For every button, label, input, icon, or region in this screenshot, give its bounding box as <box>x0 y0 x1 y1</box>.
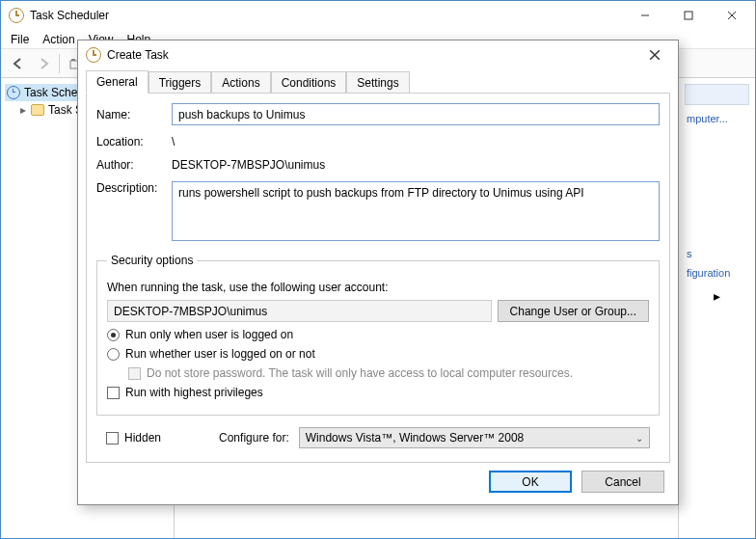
dialog-close-button[interactable] <box>639 43 670 67</box>
close-button[interactable] <box>710 1 753 30</box>
checkbox-label: Run with highest privileges <box>125 386 263 399</box>
svg-rect-5 <box>71 59 75 61</box>
configure-for-select[interactable]: Windows Vista™, Windows Server™ 2008 ⌄ <box>299 427 650 448</box>
author-value: DESKTOP-7MBSPJO\unimus <box>172 158 660 172</box>
configure-for-value: Windows Vista™, Windows Server™ 2008 <box>306 431 525 445</box>
actions-item[interactable]: figuration <box>685 263 749 283</box>
tab-actions[interactable]: Actions <box>211 71 270 94</box>
window-title: Task Scheduler <box>30 9 623 22</box>
actions-pane: mputer... s figuration ▸ <box>678 78 755 538</box>
user-account-display: DESKTOP-7MBSPJO\unimus <box>107 300 492 322</box>
name-label: Name: <box>96 108 172 121</box>
back-button[interactable] <box>7 52 30 75</box>
maximize-button[interactable] <box>666 1 710 30</box>
folder-icon <box>31 104 44 116</box>
description-input[interactable] <box>172 181 660 241</box>
location-label: Location: <box>96 135 172 148</box>
security-options-group: Security options When running the task, … <box>96 254 660 416</box>
dialog-buttons: OK Cancel <box>78 463 678 504</box>
description-label: Description: <box>96 181 172 195</box>
radio-icon <box>107 348 120 361</box>
actions-pane-header <box>685 84 749 105</box>
radio-run-whether[interactable]: Run whether user is logged on or not <box>107 347 315 361</box>
checkbox-highest-privileges[interactable]: Run with highest privileges <box>107 386 263 399</box>
tab-settings[interactable]: Settings <box>346 71 409 94</box>
dialog-titlebar: Create Task <box>78 40 678 69</box>
radio-icon <box>107 329 120 341</box>
configure-for-label: Configure for: <box>219 431 289 445</box>
window-controls <box>623 1 753 30</box>
checkbox-hidden[interactable]: Hidden <box>106 431 161 445</box>
main-titlebar: Task Scheduler <box>1 1 755 30</box>
cancel-button[interactable]: Cancel <box>581 471 664 493</box>
checkbox-icon <box>106 432 119 445</box>
tab-general[interactable]: General <box>86 70 148 94</box>
location-value: \ <box>172 135 660 148</box>
expand-icon[interactable]: ▸ <box>18 103 27 117</box>
expand-arrow-icon[interactable]: ▸ <box>685 283 749 310</box>
clock-icon <box>9 8 24 23</box>
forward-button[interactable] <box>32 52 55 75</box>
tab-conditions[interactable]: Conditions <box>271 71 347 94</box>
radio-run-logged-on[interactable]: Run only when user is logged on <box>107 328 293 341</box>
menu-action[interactable]: Action <box>42 33 74 46</box>
checkbox-icon <box>107 387 120 399</box>
author-label: Author: <box>96 158 172 172</box>
security-options-legend: Security options <box>107 254 197 267</box>
change-user-button[interactable]: Change User or Group... <box>498 300 649 322</box>
checkbox-no-store-password: Do not store password. The task will onl… <box>128 366 573 380</box>
actions-item[interactable]: s <box>685 244 749 263</box>
security-when-running: When running the task, use the following… <box>107 281 649 294</box>
minimize-button[interactable] <box>623 1 666 30</box>
radio-label: Run only when user is logged on <box>125 328 293 341</box>
checkbox-label: Hidden <box>124 431 161 445</box>
dialog-title: Create Task <box>107 48 639 62</box>
checkbox-icon <box>128 367 141 380</box>
tab-triggers[interactable]: Triggers <box>148 71 212 94</box>
actions-item[interactable]: mputer... <box>685 109 749 128</box>
create-task-dialog: Create Task General Triggers Actions Con… <box>77 40 679 505</box>
dialog-tabs: General Triggers Actions Conditions Sett… <box>78 69 678 93</box>
chevron-down-icon: ⌄ <box>635 433 643 444</box>
radio-label: Run whether user is logged on or not <box>125 347 315 361</box>
tab-body-general: Name: Location: \ Author: DESKTOP-7MBSPJ… <box>86 93 670 463</box>
toolbar-separator <box>59 54 60 73</box>
name-input[interactable] <box>172 103 660 125</box>
clock-icon <box>7 86 20 99</box>
svg-rect-1 <box>685 12 692 19</box>
clock-icon <box>86 47 101 63</box>
checkbox-label: Do not store password. The task will onl… <box>147 366 573 380</box>
menu-file[interactable]: File <box>11 33 29 46</box>
ok-button[interactable]: OK <box>489 471 572 493</box>
